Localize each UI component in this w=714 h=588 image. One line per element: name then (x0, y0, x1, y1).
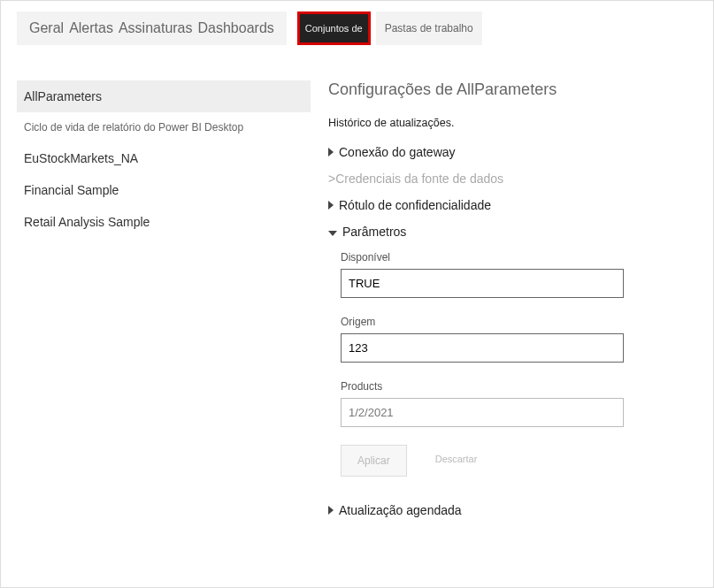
section-gateway-label: Conexão do gateway (339, 145, 456, 159)
caret-right-icon (328, 503, 334, 517)
section-sensitivity-label[interactable]: Rótulo de confidencialidade (328, 198, 678, 212)
tab-pastas-de-trabalho[interactable]: Pastas de trabalho (376, 11, 482, 45)
caret-right-icon (328, 145, 334, 159)
section-parameters[interactable]: Parâmetros (328, 225, 678, 239)
caret-right-icon (328, 198, 334, 212)
section-parameters-label: Parâmetros (342, 225, 406, 239)
sidebar-item-financial-sample[interactable]: Financial Sample (17, 174, 311, 206)
sidebar-item-allparameters[interactable]: AllParameters (17, 80, 311, 112)
section-credentials-label: >Credenciais da fonte de dados (328, 172, 503, 186)
apply-button[interactable]: Aplicar (341, 445, 407, 477)
highlighted-tab-box: Conjuntos de (297, 11, 371, 45)
tab-alertas[interactable]: Alertas (69, 20, 113, 36)
section-sensitivity-text: Rótulo de confidencialidade (339, 198, 491, 212)
caret-down-icon (328, 225, 337, 239)
section-scheduled-label: Atualização agendada (339, 503, 462, 517)
param-label-origem: Origem (341, 316, 678, 328)
tab-conjuntos-de-dados[interactable]: Conjuntos de (300, 14, 368, 42)
param-label-disponivel: Disponível (341, 251, 678, 263)
sidebar-item-retail-analysis[interactable]: Retail Analysis Sample (17, 206, 311, 238)
sidebar-item-eustockmarkets[interactable]: EuStockMarkets_NA (17, 142, 311, 174)
settings-main: Configurações de AllParameters Histórico… (311, 80, 713, 547)
tab-assinaturas[interactable]: Assinaturas (119, 20, 193, 36)
param-input-disponivel[interactable] (341, 269, 624, 298)
param-label-products: Products (341, 380, 678, 393)
section-data-source-credentials: >Credenciais da fonte de dados (328, 172, 678, 186)
discard-button[interactable]: Descartar (419, 445, 494, 477)
section-scheduled-refresh[interactable]: Atualização agendada (328, 503, 678, 517)
page-title: Configurações de AllParameters (328, 80, 678, 99)
dataset-sidebar: AllParameters Ciclo de vida de relatório… (1, 80, 311, 547)
param-input-products[interactable] (341, 398, 624, 427)
sidebar-item-ciclo-de-vida[interactable]: Ciclo de vida de relatório do Power BI D… (17, 112, 311, 142)
top-tabs-left: Geral Alertas Assinaturas Dashboards (17, 11, 287, 45)
tab-geral[interactable]: Geral (29, 20, 64, 36)
refresh-history-link[interactable]: Histórico de atualizações. (328, 117, 678, 129)
section-gateway-connection[interactable]: Conexão do gateway (328, 145, 678, 159)
param-input-origem[interactable] (341, 333, 624, 363)
tab-dashboards[interactable]: Dashboards (198, 20, 274, 36)
